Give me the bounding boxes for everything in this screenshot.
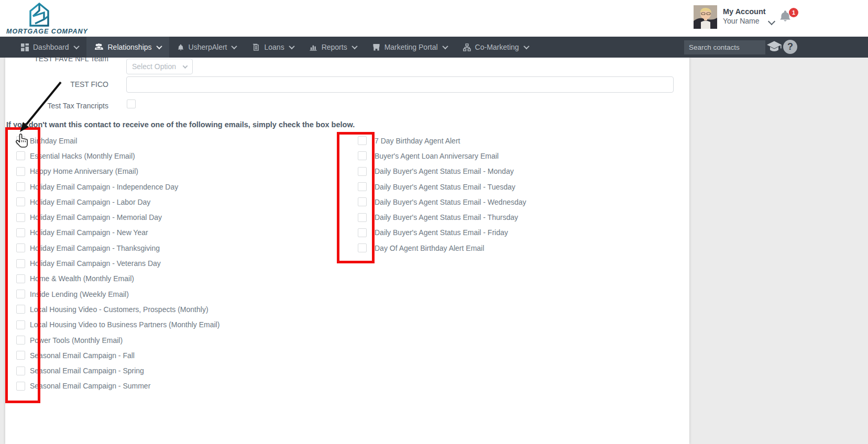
my-account-label[interactable]: My Account — [723, 7, 766, 16]
optout-checkbox[interactable] — [16, 382, 25, 391]
optout-item-label: Daily Buyer's Agent Status Email - Wedne… — [375, 198, 526, 206]
co-marketing-icon — [463, 43, 471, 51]
optout-list-left: Birthday EmailEssential Hacks (Monthly E… — [16, 133, 219, 394]
nav-item-marketing-portal[interactable]: Marketing Portal — [365, 37, 455, 58]
optout-row: Buyer's Agent Loan Anniversary Email — [358, 148, 526, 163]
account-user-name: Your Name — [723, 17, 760, 25]
optout-checkbox[interactable] — [16, 290, 25, 298]
search-contacts-box — [684, 40, 765, 54]
optout-row: Holiday Email Campaign - Thanksgiving — [16, 240, 219, 256]
optout-checkbox[interactable] — [358, 182, 367, 191]
chevron-down-icon — [232, 43, 237, 49]
optout-row: Seasonal Email Campaign - Spring — [16, 363, 219, 378]
optout-row: Local Housing Video - Customers, Prospec… — [16, 302, 219, 317]
optout-checkbox[interactable] — [358, 167, 367, 176]
optout-checkbox[interactable] — [16, 243, 25, 252]
nav-item-label: UsherpAlert — [189, 43, 227, 51]
nfl-team-select[interactable]: Select Option — [126, 59, 193, 74]
optout-checkbox[interactable] — [16, 151, 25, 160]
optout-checkbox[interactable] — [16, 136, 25, 145]
training-graduation-cap-icon[interactable] — [766, 40, 782, 56]
optout-row: Happy Home Anniversary (Email) — [16, 164, 219, 179]
optout-row: Seasonal Email Campaign - Summer — [16, 379, 219, 394]
nav-item-relationships[interactable]: Relationships — [86, 37, 169, 58]
optout-checkbox[interactable] — [16, 320, 25, 329]
optout-item-label: Holiday Email Campaign - New Year — [30, 228, 148, 237]
optout-row: Holiday Email Campaign - Labor Day — [16, 194, 219, 209]
tax-transcripts-label: Test Tax Trancripts — [21, 102, 108, 110]
optout-checkbox[interactable] — [16, 274, 25, 283]
optout-checkbox[interactable] — [16, 167, 25, 176]
optout-row: Daily Buyer's Agent Status Email - Frida… — [358, 225, 526, 240]
optout-item-label: Home & Wealth (Monthly Email) — [30, 274, 134, 283]
optout-checkbox[interactable] — [358, 151, 367, 160]
optout-checkbox[interactable] — [16, 228, 25, 237]
app-window: MORTGAGE COMPANY My Account Your Name — [0, 0, 868, 444]
optout-checkbox[interactable] — [16, 197, 25, 206]
optout-checkbox[interactable] — [358, 243, 367, 252]
optout-checkbox[interactable] — [16, 367, 25, 375]
nav-item-label: Loans — [264, 43, 284, 51]
optout-item-label: Holiday Email Campaign - Thanksgiving — [30, 244, 160, 252]
marketing-portal-icon — [372, 43, 380, 51]
optout-checkbox[interactable] — [16, 213, 25, 222]
reports-icon — [310, 43, 317, 51]
optout-row: Daily Buyer's Agent Status Email - Thurs… — [358, 209, 526, 225]
select-chevron-down-icon — [183, 63, 188, 69]
optout-checkbox[interactable] — [16, 182, 25, 191]
optout-row: Birthday Email — [16, 133, 219, 148]
relationships-icon — [94, 43, 104, 51]
avatar[interactable] — [694, 5, 717, 29]
optout-item-label: Happy Home Anniversary (Email) — [30, 167, 138, 175]
optout-item-label: Essential Hacks (Monthly Email) — [30, 152, 135, 160]
optout-item-label: Holiday Email Campaign - Independence Da… — [30, 183, 178, 191]
optout-checkbox[interactable] — [16, 351, 25, 360]
optout-item-label: Power Tools (Monthly Email) — [30, 336, 123, 345]
optout-row: Seasonal Email Campaign - Fall — [16, 348, 219, 363]
nav-item-reports[interactable]: Reports — [302, 37, 365, 58]
optout-item-label: 7 Day Birthday Agent Alert — [375, 137, 460, 145]
optout-checkbox[interactable] — [16, 305, 25, 314]
optout-row: 7 Day Birthday Agent Alert — [358, 133, 526, 148]
optout-checkbox[interactable] — [358, 228, 367, 237]
optout-item-label: Holiday Email Campaign - Veterans Day — [30, 259, 161, 268]
optout-item-label: Birthday Email — [30, 137, 77, 145]
optout-item-label: Holiday Email Campaign - Labor Day — [30, 198, 150, 206]
nav-item-label: Marketing Portal — [384, 43, 438, 51]
tax-transcripts-checkbox[interactable] — [127, 99, 136, 108]
notification-count-badge[interactable]: 1 — [789, 8, 798, 17]
optout-item-label: Inside Lending (Weekly Email) — [30, 290, 129, 298]
nav-item-usherpalert[interactable]: UsherpAlert — [169, 37, 245, 58]
account-chevron-down-icon[interactable] — [768, 18, 775, 25]
nav-item-co-marketing[interactable]: Co-Marketing — [455, 37, 536, 58]
optout-row: Holiday Email Campaign - Veterans Day — [16, 256, 219, 271]
optout-checkbox[interactable] — [358, 213, 367, 222]
optout-item-label: Seasonal Email Campaign - Summer — [30, 382, 150, 390]
optout-item-label: Daily Buyer's Agent Status Email - Monda… — [375, 167, 514, 175]
optout-row: Local Housing Video to Business Partners… — [16, 317, 219, 332]
optout-row: Daily Buyer's Agent Status Email - Tuesd… — [358, 179, 526, 194]
optout-instruction-heading: If you don't want this contact to receiv… — [6, 120, 355, 129]
usherpalert-icon — [177, 43, 184, 51]
nav-item-loans[interactable]: Loans — [244, 37, 301, 58]
optout-checkbox[interactable] — [16, 336, 25, 345]
optout-row: Home & Wealth (Monthly Email) — [16, 271, 219, 286]
fico-input[interactable] — [126, 76, 674, 93]
top-header: MORTGAGE COMPANY My Account Your Name — [0, 0, 868, 37]
optout-row: Holiday Email Campaign - Independence Da… — [16, 179, 219, 194]
help-icon[interactable]: ? — [783, 40, 797, 54]
optout-row: Essential Hacks (Monthly Email) — [16, 148, 219, 163]
nav-item-dashboard[interactable]: Dashboard — [13, 37, 86, 58]
optout-checkbox[interactable] — [358, 197, 367, 206]
optout-checkbox[interactable] — [358, 136, 367, 145]
optout-row: Holiday Email Campaign - New Year — [16, 225, 219, 240]
optout-row: Daily Buyer's Agent Status Email - Monda… — [358, 164, 526, 179]
optout-checkbox[interactable] — [16, 259, 25, 268]
fico-label: TEST FICO — [21, 80, 108, 88]
optout-item-label: Day Of Agent Birthday Alert Email — [375, 244, 484, 252]
chevron-down-icon — [523, 43, 529, 49]
optout-item-label: Seasonal Email Campaign - Fall — [30, 351, 135, 360]
chevron-down-icon — [442, 43, 448, 49]
nav-item-label: Relationships — [108, 43, 152, 51]
optout-item-label: Local Housing Video - Customers, Prospec… — [30, 305, 208, 314]
